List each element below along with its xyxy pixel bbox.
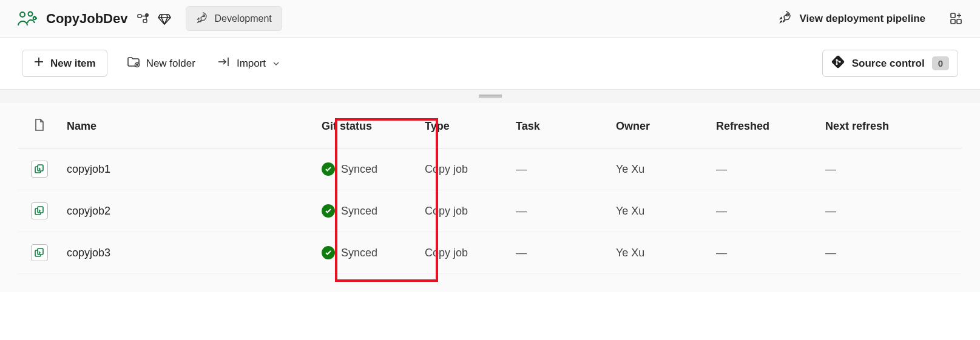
svg-rect-12 [951, 13, 955, 18]
item-name[interactable]: copyjob2 [67, 205, 110, 217]
item-table-wrap: Name Git status Type Task Owner Refreshe… [0, 102, 980, 292]
new-folder-label: New folder [146, 58, 195, 70]
workspace-icon [17, 10, 38, 28]
git-status-cell: Synced [322, 162, 413, 176]
item-type: Copy job [419, 148, 510, 190]
git-status-cell: Synced [322, 246, 413, 259]
synced-check-icon [322, 162, 335, 176]
chevron-down-icon [273, 59, 279, 68]
svg-rect-31 [38, 207, 43, 213]
col-header-icon[interactable] [18, 102, 61, 148]
source-control-label: Source control [852, 58, 925, 70]
stage-label: Development [214, 13, 271, 24]
copyjob-icon [31, 161, 48, 178]
git-status-text: Synced [341, 163, 377, 176]
svg-rect-14 [957, 19, 961, 24]
col-header-name[interactable]: Name [61, 102, 316, 148]
col-header-type[interactable]: Type [419, 102, 510, 148]
new-item-button[interactable]: New item [22, 50, 107, 77]
item-type: Copy job [419, 190, 510, 232]
row-item-icon-cell [18, 232, 61, 274]
col-header-nextrefresh[interactable]: Next refresh [819, 102, 962, 148]
svg-point-1 [29, 12, 33, 16]
refreshed-value: — [716, 163, 728, 175]
toolbar: New item New folder Import [0, 38, 980, 89]
import-label: Import [237, 58, 266, 70]
rocket-icon [196, 12, 208, 25]
synced-check-icon [322, 246, 335, 259]
col-header-task[interactable]: Task [510, 102, 610, 148]
svg-point-2 [33, 16, 36, 19]
git-status-text: Synced [341, 247, 377, 259]
table-row[interactable]: copyjob2 Synced Copy job — Ye Xu — — [18, 190, 962, 232]
col-header-refreshed[interactable]: Refreshed [710, 102, 819, 148]
new-item-label: New item [50, 58, 96, 70]
workspace-header: CopyJobDev Development [0, 0, 980, 38]
item-name[interactable]: copyjob1 [67, 163, 110, 175]
row-item-icon-cell [18, 148, 61, 190]
git-status-cell: Synced [322, 204, 413, 218]
deployment-pipeline-label: View deployment pipeline [799, 13, 925, 25]
git-icon [831, 55, 845, 72]
grip-icon [479, 95, 502, 98]
task-value: — [516, 163, 527, 175]
folder-plus-icon [127, 56, 140, 71]
item-type: Copy job [419, 232, 510, 274]
table-row[interactable]: copyjob3 Synced Copy job — Ye Xu — — [18, 232, 962, 274]
item-table: Name Git status Type Task Owner Refreshe… [18, 102, 962, 274]
owner-value: Ye Xu [610, 190, 710, 232]
owner-value: Ye Xu [610, 148, 710, 190]
svg-rect-22 [831, 55, 845, 68]
nextrefresh-value: — [825, 163, 837, 175]
pane-splitter[interactable] [0, 89, 980, 102]
table-header-row: Name Git status Type Task Owner Refreshe… [18, 102, 962, 148]
row-item-icon-cell [18, 190, 61, 232]
table-row[interactable]: copyjob1 Synced Copy job — Ye Xu — — [18, 148, 962, 190]
view-deployment-pipeline-link[interactable]: View deployment pipeline [772, 7, 931, 30]
copyjob-icon [31, 202, 48, 219]
import-icon [217, 56, 231, 70]
svg-point-25 [836, 63, 837, 65]
task-flow-icon[interactable] [136, 12, 149, 25]
svg-rect-29 [38, 165, 43, 171]
col-header-gitstatus[interactable]: Git status [316, 102, 419, 148]
new-folder-button[interactable]: New folder [124, 52, 198, 75]
file-icon [34, 122, 45, 134]
owner-value: Ye Xu [610, 232, 710, 274]
copyjob-icon [31, 244, 48, 261]
task-value: — [516, 247, 527, 259]
rocket-icon [779, 10, 792, 27]
col-header-owner[interactable]: Owner [610, 102, 710, 148]
apps-icon[interactable] [950, 12, 963, 25]
svg-rect-13 [951, 19, 955, 24]
nextrefresh-value: — [825, 247, 837, 259]
synced-check-icon [322, 204, 335, 218]
refreshed-value: — [716, 247, 728, 259]
source-control-button[interactable]: Source control 0 [822, 50, 958, 77]
import-button[interactable]: Import [215, 53, 282, 74]
workspace-title: CopyJobDev [46, 11, 127, 27]
stage-pill[interactable]: Development [186, 6, 282, 31]
git-status-text: Synced [341, 205, 377, 218]
svg-rect-5 [138, 15, 141, 18]
source-control-badge: 0 [932, 56, 949, 70]
svg-rect-33 [38, 248, 43, 255]
svg-rect-6 [143, 19, 147, 22]
plus-icon [33, 56, 44, 70]
item-name[interactable]: copyjob3 [67, 247, 110, 259]
refreshed-value: — [716, 205, 728, 217]
nextrefresh-value: — [825, 205, 837, 217]
task-value: — [516, 205, 527, 217]
diamond-icon[interactable] [158, 12, 171, 25]
svg-point-0 [20, 12, 25, 17]
